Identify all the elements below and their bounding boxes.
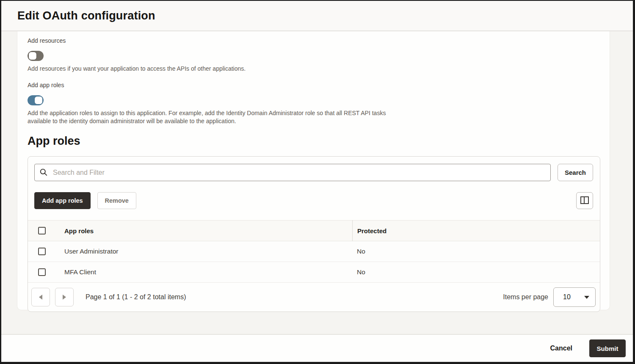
- search-button[interactable]: Search: [558, 164, 593, 181]
- search-input[interactable]: [34, 164, 551, 181]
- dialog-header: Edit OAuth configuration: [1, 1, 633, 31]
- add-app-roles-toggle[interactable]: [28, 95, 44, 105]
- add-resources-toggle[interactable]: [28, 51, 44, 61]
- remove-button[interactable]: Remove: [97, 192, 136, 209]
- content-card: Add resources Add resources if you want …: [17, 31, 610, 310]
- table-toolbar: Add app roles Remove: [28, 181, 600, 209]
- table-row[interactable]: MFA Client No: [28, 262, 600, 283]
- submit-button[interactable]: Submit: [589, 339, 626, 357]
- row-checkbox-cell: [28, 248, 64, 255]
- add-app-roles-label: Add app roles: [28, 82, 600, 88]
- row-checkbox[interactable]: [38, 268, 46, 276]
- manage-columns-icon: [580, 196, 589, 205]
- dialog-body: Add resources Add resources if you want …: [1, 31, 633, 334]
- search-icon: [40, 168, 47, 178]
- next-page-button[interactable]: [55, 288, 74, 306]
- chevron-right-icon: [63, 295, 66, 300]
- column-header-app-roles: App roles: [64, 227, 352, 234]
- app-roles-panel: Search Add app roles Remove: [28, 156, 600, 312]
- dialog-footer: Cancel Submit: [1, 334, 633, 362]
- add-resources-label: Add resources: [28, 37, 600, 44]
- chevron-left-icon: [39, 295, 42, 300]
- chevron-down-icon: [584, 296, 589, 299]
- search-box: [34, 164, 551, 181]
- toggle-thumb: [28, 52, 37, 60]
- table-header-row: App roles Protected: [28, 220, 600, 241]
- search-row: Search: [28, 157, 600, 181]
- items-per-page-value: 10: [563, 293, 571, 301]
- app-roles-heading: App roles: [28, 135, 600, 148]
- cancel-button[interactable]: Cancel: [546, 341, 577, 356]
- pagination-bar: Page 1 of 1 (1 - 2 of 2 total items) Ite…: [28, 283, 600, 312]
- app-role-cell: User Administrator: [64, 248, 352, 255]
- select-all-checkbox[interactable]: [38, 227, 46, 234]
- table-row[interactable]: User Administrator No: [28, 241, 600, 262]
- add-app-roles-button[interactable]: Add app roles: [34, 192, 91, 209]
- page-title: Edit OAuth configuration: [17, 9, 155, 22]
- column-header-protected: Protected: [352, 220, 600, 241]
- add-resources-description: Add resources if you want your applicati…: [28, 65, 600, 73]
- row-checkbox-cell: [28, 268, 64, 276]
- protected-cell: No: [352, 248, 600, 255]
- header-checkbox-cell: [28, 227, 64, 234]
- add-app-roles-description: Add the application roles to assign to t…: [28, 109, 409, 125]
- app-role-cell: MFA Client: [64, 268, 352, 276]
- items-per-page-label: Items per page: [503, 293, 548, 301]
- edit-oauth-dialog: Edit OAuth configuration Add resources A…: [0, 0, 635, 364]
- previous-page-button[interactable]: [31, 288, 50, 306]
- manage-columns-button[interactable]: [576, 192, 593, 209]
- toggle-thumb: [34, 96, 43, 105]
- row-checkbox[interactable]: [38, 248, 46, 255]
- protected-cell: No: [352, 268, 600, 276]
- items-per-page-select[interactable]: 10: [553, 287, 596, 307]
- pagination-status: Page 1 of 1 (1 - 2 of 2 total items): [86, 293, 186, 301]
- app-roles-table: App roles Protected User Administrator N…: [28, 220, 600, 283]
